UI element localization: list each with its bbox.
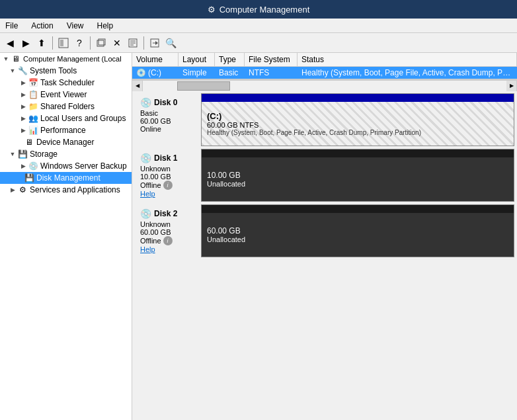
col-header-volume[interactable]: Volume bbox=[132, 53, 179, 66]
menu-action[interactable]: Action bbox=[28, 20, 56, 32]
sidebar-item-shared-folders[interactable]: ▶ 📁 Shared Folders bbox=[0, 101, 132, 112]
storage-label: Storage bbox=[30, 149, 58, 159]
disk-0-item: 💿 Disk 0 Basic 60.00 GB Online (C:) 60.0… bbox=[135, 93, 514, 146]
disk-management-icon: 💾 bbox=[24, 173, 34, 183]
local-users-icon: 👥 bbox=[28, 113, 38, 124]
disk-0-name: Disk 0 bbox=[154, 98, 177, 107]
sidebar-item-local-users[interactable]: ▶ 👥 Local Users and Groups bbox=[0, 112, 132, 124]
menu-view[interactable]: View bbox=[64, 20, 87, 32]
toolbar-new-window[interactable] bbox=[94, 36, 108, 50]
event-viewer-icon: 📋 bbox=[28, 89, 38, 100]
sidebar-item-event-viewer[interactable]: ▶ 📋 Event Viewer bbox=[0, 89, 132, 101]
disk-1-help-link[interactable]: Help bbox=[140, 190, 155, 198]
disk-0-icon: 💿 bbox=[140, 97, 151, 108]
expand-storage[interactable]: ▼ bbox=[8, 149, 17, 159]
toolbar-forward[interactable]: ▶ bbox=[19, 36, 33, 50]
disk-2-partition-unallocated[interactable]: 60.00 GB Unallocated bbox=[202, 213, 514, 257]
disk-2-type: Unknown bbox=[140, 220, 196, 228]
disk-0-part-name: (C:) bbox=[207, 111, 508, 121]
col-header-status[interactable]: Status bbox=[298, 53, 517, 66]
system-tools-icon: 🔧 bbox=[17, 65, 28, 76]
disk-0-partition-c[interactable]: (C:) 60.00 GB NTFS Healthy (System, Boot… bbox=[202, 102, 514, 146]
cell-filesystem: NTFS bbox=[245, 67, 298, 78]
disk-2-item: 💿 Disk 2 Unknown 60.00 GB Offline i Help… bbox=[135, 204, 514, 257]
disk-2-info-icon[interactable]: i bbox=[163, 236, 173, 245]
horizontal-scrollbar[interactable]: ◀ ▶ bbox=[132, 80, 517, 91]
toolbar: ◀ ▶ ⬆ ? ✕ 🔍 bbox=[0, 33, 517, 53]
services-applications-label: Services and Applications bbox=[30, 185, 120, 194]
drive-icon: 💿 bbox=[136, 68, 146, 77]
sidebar-item-services-applications[interactable]: ▶ ⚙ Services and Applications bbox=[0, 184, 132, 196]
disk-1-info-icon[interactable]: i bbox=[163, 181, 173, 190]
expand-system-tools[interactable]: ▼ bbox=[8, 66, 17, 75]
windows-backup-label: Windows Server Backup bbox=[40, 161, 127, 171]
local-users-label: Local Users and Groups bbox=[40, 114, 126, 123]
scroll-right-btn[interactable]: ▶ bbox=[506, 81, 517, 91]
sidebar: ▼ 🖥 Computer Management (Local ▼ 🔧 Syste… bbox=[0, 53, 132, 420]
disk-2-status-row: Offline i bbox=[140, 236, 196, 245]
expand-root[interactable]: ▼ bbox=[1, 54, 11, 63]
sidebar-item-device-manager[interactable]: 🖥 Device Manager bbox=[0, 136, 132, 148]
disk-1-type: Unknown bbox=[140, 165, 196, 173]
table-header-row: Volume Layout Type File System Status bbox=[132, 53, 517, 67]
sidebar-item-windows-backup[interactable]: ▶ 💿 Windows Server Backup bbox=[0, 160, 132, 172]
title-bar: ⚙ Computer Management bbox=[0, 0, 517, 19]
svg-rect-1 bbox=[60, 40, 63, 46]
cell-type: Basic bbox=[215, 67, 245, 78]
expand-performance[interactable]: ▶ bbox=[19, 126, 28, 135]
sidebar-item-storage[interactable]: ▼ 💾 Storage bbox=[0, 148, 132, 160]
sidebar-item-disk-management[interactable]: 💾 Disk Management bbox=[0, 172, 132, 184]
windows-backup-icon: 💿 bbox=[28, 161, 38, 171]
expand-task-scheduler[interactable]: ▶ bbox=[19, 78, 28, 87]
disk-1-item: 💿 Disk 1 Unknown 10.00 GB Offline i Help… bbox=[135, 149, 514, 202]
shared-folders-label: Shared Folders bbox=[40, 102, 95, 111]
sidebar-item-system-tools[interactable]: ▼ 🔧 System Tools bbox=[0, 65, 132, 77]
performance-label: Performance bbox=[40, 126, 86, 135]
disk-1-name: Disk 1 bbox=[154, 153, 177, 163]
toolbar-search[interactable]: 🔍 bbox=[163, 36, 178, 50]
main-layout: ▼ 🖥 Computer Management (Local ▼ 🔧 Syste… bbox=[0, 53, 517, 420]
system-tools-label: System Tools bbox=[30, 66, 77, 75]
toolbar-back[interactable]: ◀ bbox=[3, 36, 17, 50]
table-row[interactable]: 💿 (C:) Simple Basic NTFS Healthy (System… bbox=[132, 67, 517, 79]
col-header-filesystem[interactable]: File System bbox=[245, 53, 298, 66]
expand-event-viewer[interactable]: ▶ bbox=[19, 90, 28, 99]
disk-2-part-name: 60.00 GB bbox=[207, 226, 508, 235]
expand-services-applications[interactable]: ▶ bbox=[8, 185, 17, 194]
root-label: Computer Management (Local bbox=[23, 55, 122, 63]
content-panel: Volume Layout Type File System Status 💿 … bbox=[132, 53, 517, 420]
menu-help[interactable]: Help bbox=[95, 20, 116, 32]
disk-1-header-bar bbox=[202, 149, 514, 157]
app-icon: ⚙ bbox=[208, 5, 216, 15]
scroll-thumb[interactable] bbox=[177, 81, 230, 91]
task-scheduler-label: Task Scheduler bbox=[40, 78, 95, 87]
expand-shared-folders[interactable]: ▶ bbox=[19, 102, 28, 111]
storage-icon: 💾 bbox=[17, 149, 28, 159]
toolbar-export[interactable] bbox=[147, 36, 162, 50]
disk-2-size: 60.00 GB bbox=[140, 228, 196, 236]
col-header-type[interactable]: Type bbox=[215, 53, 245, 66]
disk-0-part-status: Healthy (System, Boot, Page File, Active… bbox=[207, 129, 508, 136]
toolbar-help[interactable]: ? bbox=[72, 36, 87, 50]
toolbar-up[interactable]: ⬆ bbox=[34, 36, 49, 50]
task-scheduler-icon: 📅 bbox=[28, 77, 38, 88]
disk-1-part-size: Unallocated bbox=[207, 180, 508, 188]
disk-2-icon: 💿 bbox=[140, 208, 151, 219]
disk-1-status: Offline bbox=[140, 181, 161, 189]
disk-1-partition-unallocated[interactable]: 10.00 GB Unallocated bbox=[202, 157, 514, 201]
disk-0-type: Basic bbox=[140, 109, 196, 117]
toolbar-show-hide-console[interactable] bbox=[56, 36, 71, 50]
root-icon: 🖥 bbox=[11, 54, 21, 64]
col-header-layout[interactable]: Layout bbox=[179, 53, 215, 66]
expand-windows-backup[interactable]: ▶ bbox=[19, 161, 28, 171]
toolbar-properties[interactable] bbox=[126, 36, 140, 50]
sidebar-root[interactable]: ▼ 🖥 Computer Management (Local bbox=[0, 53, 132, 65]
scroll-left-btn[interactable]: ◀ bbox=[132, 81, 143, 91]
toolbar-delete[interactable]: ✕ bbox=[110, 36, 124, 50]
menu-file[interactable]: File bbox=[3, 20, 20, 32]
disk-0-status: Online bbox=[140, 125, 196, 133]
sidebar-item-performance[interactable]: ▶ 📊 Performance bbox=[0, 124, 132, 136]
disk-2-help-link[interactable]: Help bbox=[140, 245, 155, 253]
sidebar-item-task-scheduler[interactable]: ▶ 📅 Task Scheduler bbox=[0, 77, 132, 89]
expand-local-users[interactable]: ▶ bbox=[19, 114, 28, 123]
